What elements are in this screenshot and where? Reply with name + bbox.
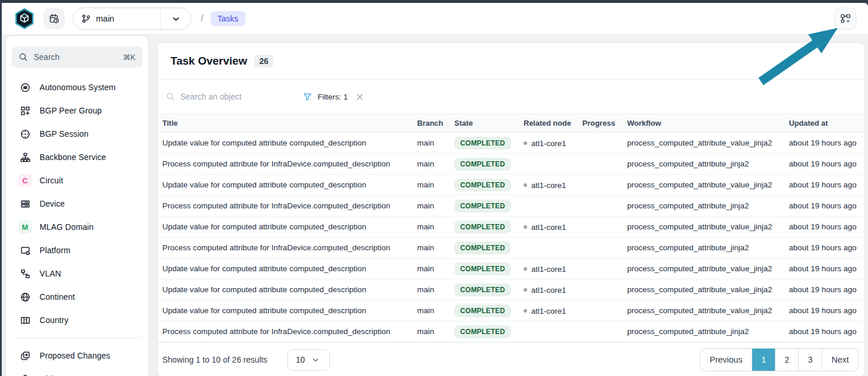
col-related-node: Related node [519,114,578,133]
col-workflow: Workflow [622,114,784,133]
chevron-down-icon [312,356,319,364]
schema-button[interactable] [834,8,856,30]
sidebar-search-label: Search [34,52,117,62]
table-row[interactable]: Update value for computed attribute comp… [158,258,865,279]
top-header: main / Tasks [2,3,868,35]
col-title: Title [158,114,412,133]
table-row[interactable]: Update value for computed attribute comp… [158,300,865,321]
filters-control[interactable]: Filters: 1 [303,93,364,101]
status-badge: COMPLETED [454,304,511,317]
table-row[interactable]: Update value for computed attribute comp… [158,175,865,196]
autonomous-system-icon [20,83,30,93]
pagination: Previous 1 2 3 Next [700,348,859,371]
funnel-icon [303,93,312,101]
node-dot-icon [524,267,527,271]
status-badge: COMPLETED [454,263,511,275]
node-dot-icon [524,309,527,313]
col-state: State [450,114,519,133]
sidebar-item-bgp-session[interactable]: BGP Session [12,122,143,146]
table-header-row: Title Branch State Related node Progress… [158,114,865,133]
table-row[interactable]: Update value for computed attribute comp… [158,217,865,237]
time-travel-button[interactable] [44,8,65,29]
sidebar-item-proposed-changes[interactable]: Proposed Changes [12,344,143,367]
branch-name: main [96,14,114,23]
bgp-peer-group-icon [20,106,30,116]
sidebar-item-vlan[interactable]: VLAN [12,262,143,285]
table-row[interactable]: Process computed attribute for InfraDevi… [158,154,865,175]
task-count-badge: 26 [254,55,274,68]
status-badge: COMPLETED [454,200,511,212]
page-2-button[interactable]: 2 [775,349,798,371]
node-dot-icon [524,225,527,229]
mlag-letter-icon: M [19,221,31,233]
sidebar-item-mlag-domain[interactable]: M MLAG Domain [12,215,143,239]
status-badge: COMPLETED [454,325,511,338]
node-dot-icon [524,141,527,145]
page-1-button[interactable]: 1 [752,349,775,371]
table-row[interactable]: Process computed attribute for InfraDevi… [158,321,865,342]
proposed-changes-icon [20,351,30,361]
vlan-icon [20,269,30,279]
sidebar-item-country[interactable]: Country [12,308,143,332]
status-badge: COMPLETED [454,283,511,296]
results-summary: Showing 1 to 10 of 26 results [162,355,268,364]
sidebar: Search ⌘K Autonomous System BGP Peer Gro… [6,36,148,376]
sidebar-item-platform[interactable]: Platform [12,239,143,262]
sidebar-item-circuit[interactable]: C Circuit [12,169,143,192]
sidebar-item-object-management[interactable]: Object Management [12,367,143,376]
table-row[interactable]: Process computed attribute for InfraDevi… [158,237,865,258]
table-row[interactable]: Update value for computed attribute comp… [158,133,865,154]
sidebar-search[interactable]: Search ⌘K [12,47,143,68]
table-row[interactable]: Update value for computed attribute comp… [158,279,865,300]
continent-icon [20,292,30,302]
search-icon [166,92,175,101]
tasks-table: Title Branch State Related node Progress… [158,113,865,342]
status-badge: COMPLETED [454,137,511,150]
object-search[interactable] [166,92,286,101]
table-footer: Showing 1 to 10 of 26 results 10 Previou… [158,342,865,376]
node-dot-icon [524,288,527,292]
infrahub-logo-icon[interactable] [13,8,35,30]
sidebar-nav: Autonomous System BGP Peer Group BGP Ses… [12,76,143,376]
node-dot-icon [524,183,527,187]
branch-selector[interactable]: main [73,8,191,30]
clear-filters-button[interactable] [356,93,364,101]
sidebar-item-bgp-peer-group[interactable]: BGP Peer Group [12,99,143,122]
bgp-session-icon [20,129,30,139]
sidebar-item-backbone-service[interactable]: Backbone Service [12,146,143,169]
chevron-down-icon [172,15,180,23]
close-icon [356,93,364,101]
page-size-value: 10 [296,355,305,364]
col-progress: Progress [578,114,622,133]
panel-header: Task Overview 26 [158,43,865,80]
status-badge: COMPLETED [454,221,511,233]
calendar-clock-icon [49,13,60,24]
device-icon [20,199,30,209]
col-branch: Branch [412,114,450,133]
page-size-select[interactable]: 10 [287,349,330,371]
breadcrumb-separator: / [201,13,204,24]
status-badge: COMPLETED [454,242,511,254]
previous-page-button[interactable]: Previous [700,349,752,371]
app-window: main / Tasks [2,3,868,376]
search-icon [19,52,28,62]
filters-label: Filters: 1 [318,93,348,101]
page-title: Task Overview [170,55,247,68]
status-badge: COMPLETED [454,158,511,171]
object-management-icon [20,374,30,376]
sidebar-item-continent[interactable]: Continent [12,285,143,308]
sidebar-search-shortcut: ⌘K [123,53,136,62]
table-row[interactable]: Process computed attribute for InfraDevi… [158,196,865,217]
sidebar-item-device[interactable]: Device [12,192,143,215]
table-toolbar: Filters: 1 [158,80,865,113]
task-overview-panel: Task Overview 26 Filters: 1 [157,42,865,376]
object-search-input[interactable] [180,92,273,101]
next-page-button[interactable]: Next [821,349,858,371]
status-badge: COMPLETED [454,179,511,191]
breadcrumb-tasks[interactable]: Tasks [211,11,246,26]
page-3-button[interactable]: 3 [798,349,821,371]
sidebar-divider [13,338,141,338]
col-updated-at: Updated at [784,114,865,133]
sidebar-item-autonomous-system[interactable]: Autonomous System [12,76,143,99]
branch-dropdown-toggle[interactable] [161,15,191,23]
